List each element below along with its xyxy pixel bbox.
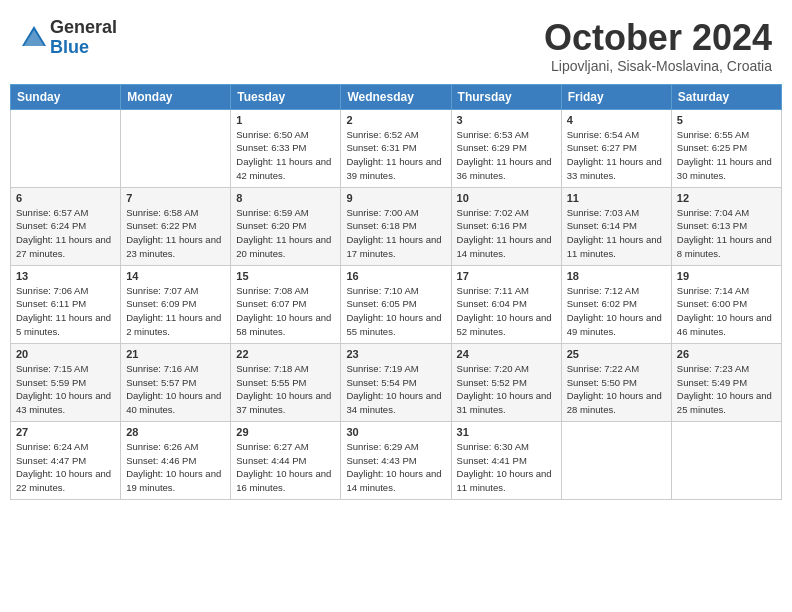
sunrise-text: Sunrise: 7:14 AM (677, 285, 749, 296)
sunrise-text: Sunrise: 6:57 AM (16, 207, 88, 218)
sunset-text: Sunset: 4:44 PM (236, 455, 306, 466)
sunrise-text: Sunrise: 7:07 AM (126, 285, 198, 296)
col-tuesday: Tuesday (231, 84, 341, 109)
sunset-text: Sunset: 6:24 PM (16, 220, 86, 231)
sunrise-text: Sunrise: 7:15 AM (16, 363, 88, 374)
daylight-text: Daylight: 10 hours and 34 minutes. (346, 390, 441, 415)
day-number: 14 (126, 270, 225, 282)
daylight-text: Daylight: 10 hours and 11 minutes. (457, 468, 552, 493)
daylight-text: Daylight: 10 hours and 49 minutes. (567, 312, 662, 337)
sunset-text: Sunset: 6:22 PM (126, 220, 196, 231)
table-row: 28 Sunrise: 6:26 AM Sunset: 4:46 PM Dayl… (121, 421, 231, 499)
sunset-text: Sunset: 5:54 PM (346, 377, 416, 388)
sunrise-text: Sunrise: 6:50 AM (236, 129, 308, 140)
day-number: 17 (457, 270, 556, 282)
day-number: 13 (16, 270, 115, 282)
daylight-text: Daylight: 11 hours and 33 minutes. (567, 156, 662, 181)
sunset-text: Sunset: 4:47 PM (16, 455, 86, 466)
day-number: 12 (677, 192, 776, 204)
day-number: 27 (16, 426, 115, 438)
daylight-text: Daylight: 10 hours and 22 minutes. (16, 468, 111, 493)
day-number: 20 (16, 348, 115, 360)
sunrise-text: Sunrise: 7:16 AM (126, 363, 198, 374)
day-number: 29 (236, 426, 335, 438)
day-info: Sunrise: 7:20 AM Sunset: 5:52 PM Dayligh… (457, 362, 556, 417)
day-number: 2 (346, 114, 445, 126)
table-row: 7 Sunrise: 6:58 AM Sunset: 6:22 PM Dayli… (121, 187, 231, 265)
daylight-text: Daylight: 11 hours and 36 minutes. (457, 156, 552, 181)
calendar-week-1: 1 Sunrise: 6:50 AM Sunset: 6:33 PM Dayli… (11, 109, 782, 187)
col-wednesday: Wednesday (341, 84, 451, 109)
daylight-text: Daylight: 10 hours and 37 minutes. (236, 390, 331, 415)
sunrise-text: Sunrise: 6:58 AM (126, 207, 198, 218)
day-info: Sunrise: 7:12 AM Sunset: 6:02 PM Dayligh… (567, 284, 666, 339)
table-row: 15 Sunrise: 7:08 AM Sunset: 6:07 PM Dayl… (231, 265, 341, 343)
day-info: Sunrise: 7:15 AM Sunset: 5:59 PM Dayligh… (16, 362, 115, 417)
col-sunday: Sunday (11, 84, 121, 109)
sunrise-text: Sunrise: 7:22 AM (567, 363, 639, 374)
daylight-text: Daylight: 11 hours and 5 minutes. (16, 312, 111, 337)
table-row: 1 Sunrise: 6:50 AM Sunset: 6:33 PM Dayli… (231, 109, 341, 187)
day-number: 15 (236, 270, 335, 282)
table-row (671, 421, 781, 499)
sunrise-text: Sunrise: 7:02 AM (457, 207, 529, 218)
day-info: Sunrise: 7:11 AM Sunset: 6:04 PM Dayligh… (457, 284, 556, 339)
daylight-text: Daylight: 11 hours and 20 minutes. (236, 234, 331, 259)
day-number: 28 (126, 426, 225, 438)
logo-general: General (50, 18, 117, 38)
day-info: Sunrise: 7:18 AM Sunset: 5:55 PM Dayligh… (236, 362, 335, 417)
daylight-text: Daylight: 10 hours and 19 minutes. (126, 468, 221, 493)
table-row: 21 Sunrise: 7:16 AM Sunset: 5:57 PM Dayl… (121, 343, 231, 421)
sunrise-text: Sunrise: 6:26 AM (126, 441, 198, 452)
table-row: 18 Sunrise: 7:12 AM Sunset: 6:02 PM Dayl… (561, 265, 671, 343)
sunset-text: Sunset: 6:25 PM (677, 142, 747, 153)
day-number: 4 (567, 114, 666, 126)
col-saturday: Saturday (671, 84, 781, 109)
day-info: Sunrise: 7:19 AM Sunset: 5:54 PM Dayligh… (346, 362, 445, 417)
day-number: 7 (126, 192, 225, 204)
sunset-text: Sunset: 4:43 PM (346, 455, 416, 466)
day-number: 24 (457, 348, 556, 360)
sunrise-text: Sunrise: 6:53 AM (457, 129, 529, 140)
sunrise-text: Sunrise: 6:54 AM (567, 129, 639, 140)
sunrise-text: Sunrise: 6:29 AM (346, 441, 418, 452)
location-subtitle: Lipovljani, Sisak-Moslavina, Croatia (544, 58, 772, 74)
daylight-text: Daylight: 11 hours and 14 minutes. (457, 234, 552, 259)
sunrise-text: Sunrise: 6:59 AM (236, 207, 308, 218)
sunset-text: Sunset: 5:52 PM (457, 377, 527, 388)
table-row: 4 Sunrise: 6:54 AM Sunset: 6:27 PM Dayli… (561, 109, 671, 187)
daylight-text: Daylight: 11 hours and 27 minutes. (16, 234, 111, 259)
day-info: Sunrise: 6:50 AM Sunset: 6:33 PM Dayligh… (236, 128, 335, 183)
table-row: 31 Sunrise: 6:30 AM Sunset: 4:41 PM Dayl… (451, 421, 561, 499)
day-number: 3 (457, 114, 556, 126)
table-row (121, 109, 231, 187)
day-number: 21 (126, 348, 225, 360)
sunrise-text: Sunrise: 7:00 AM (346, 207, 418, 218)
table-row: 27 Sunrise: 6:24 AM Sunset: 4:47 PM Dayl… (11, 421, 121, 499)
table-row: 19 Sunrise: 7:14 AM Sunset: 6:00 PM Dayl… (671, 265, 781, 343)
sunset-text: Sunset: 4:46 PM (126, 455, 196, 466)
day-info: Sunrise: 6:59 AM Sunset: 6:20 PM Dayligh… (236, 206, 335, 261)
table-row: 16 Sunrise: 7:10 AM Sunset: 6:05 PM Dayl… (341, 265, 451, 343)
day-number: 30 (346, 426, 445, 438)
day-info: Sunrise: 7:07 AM Sunset: 6:09 PM Dayligh… (126, 284, 225, 339)
sunset-text: Sunset: 6:27 PM (567, 142, 637, 153)
sunset-text: Sunset: 6:11 PM (16, 298, 86, 309)
day-info: Sunrise: 6:58 AM Sunset: 6:22 PM Dayligh… (126, 206, 225, 261)
table-row: 26 Sunrise: 7:23 AM Sunset: 5:49 PM Dayl… (671, 343, 781, 421)
daylight-text: Daylight: 11 hours and 11 minutes. (567, 234, 662, 259)
sunset-text: Sunset: 6:02 PM (567, 298, 637, 309)
table-row: 17 Sunrise: 7:11 AM Sunset: 6:04 PM Dayl… (451, 265, 561, 343)
daylight-text: Daylight: 10 hours and 16 minutes. (236, 468, 331, 493)
day-number: 8 (236, 192, 335, 204)
table-row: 30 Sunrise: 6:29 AM Sunset: 4:43 PM Dayl… (341, 421, 451, 499)
sunset-text: Sunset: 4:41 PM (457, 455, 527, 466)
daylight-text: Daylight: 11 hours and 42 minutes. (236, 156, 331, 181)
sunrise-text: Sunrise: 7:06 AM (16, 285, 88, 296)
sunrise-text: Sunrise: 6:52 AM (346, 129, 418, 140)
daylight-text: Daylight: 10 hours and 31 minutes. (457, 390, 552, 415)
sunrise-text: Sunrise: 7:03 AM (567, 207, 639, 218)
logo-blue: Blue (50, 38, 117, 58)
day-number: 9 (346, 192, 445, 204)
day-info: Sunrise: 7:14 AM Sunset: 6:00 PM Dayligh… (677, 284, 776, 339)
